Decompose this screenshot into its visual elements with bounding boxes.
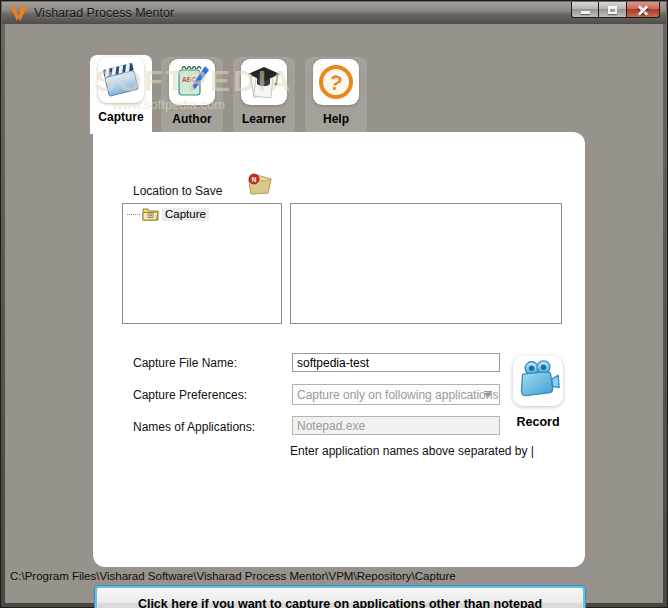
help-tab-tile: ? (313, 59, 359, 105)
clapperboard-icon (100, 59, 142, 101)
chevron-down-icon (484, 393, 492, 398)
tab-capture[interactable]: Capture (90, 55, 152, 134)
tab-learner-label: Learner (233, 112, 295, 126)
applications-label: Names of Applications: (133, 420, 255, 434)
window-title: Visharad Process Mentor (34, 6, 174, 20)
capture-panel: Location to Save N Capture (93, 132, 585, 567)
tab-help-label: Help (305, 112, 367, 126)
svg-text:N: N (252, 176, 257, 183)
preferences-label: Capture Preferences: (133, 388, 247, 402)
question-mark-icon: ? (315, 61, 357, 103)
save-location-tree[interactable]: Capture (122, 203, 282, 324)
captured-files-list[interactable] (290, 203, 562, 324)
close-icon (637, 4, 649, 16)
movie-camera-icon (516, 359, 560, 403)
window-frame: Visharad Process Mentor SOFTPEDIA www.so… (0, 0, 668, 608)
folder-icon (142, 207, 159, 221)
tree-connector (127, 214, 140, 215)
notepad-pen-icon: ABC (171, 61, 213, 103)
record-label: Record (498, 415, 578, 429)
author-tab-tile: ABC (169, 59, 215, 105)
window-controls (571, 2, 660, 18)
tree-item-label: Capture (162, 208, 209, 221)
tab-author[interactable]: ABC Author (161, 57, 223, 132)
location-to-save-label: Location to Save (133, 184, 222, 198)
preferences-dropdown-value: Capture only on following applications (297, 388, 498, 402)
tree-item-capture[interactable]: Capture (123, 204, 281, 221)
preferences-dropdown[interactable]: Capture only on following applications (292, 384, 500, 405)
close-button[interactable] (626, 2, 660, 18)
tab-author-label: Author (161, 112, 223, 126)
minimize-button[interactable] (571, 2, 599, 18)
repository-path: C:\Program Files\Visharad Software\Visha… (10, 570, 456, 582)
app-logo-icon (9, 5, 29, 22)
file-name-input[interactable] (292, 353, 500, 372)
maximize-icon (608, 6, 617, 14)
tab-learner[interactable]: Learner (233, 57, 295, 132)
new-folder-icon[interactable]: N (245, 172, 273, 196)
maximize-button[interactable] (599, 2, 626, 18)
tab-help[interactable]: ? Help (305, 57, 367, 132)
graduation-cap-icon (243, 61, 285, 103)
file-name-label: Capture File Name: (133, 356, 237, 370)
learner-tab-tile (241, 59, 287, 105)
capture-tab-tile (98, 57, 144, 103)
tab-capture-label: Capture (90, 110, 152, 124)
client-area: SOFTPEDIA www.softpedia.com (5, 24, 663, 603)
capture-other-apps-button[interactable]: Click here if you want to capture on app… (95, 586, 585, 608)
minimize-icon (581, 11, 590, 14)
svg-text:ABC: ABC (182, 76, 196, 83)
applications-input[interactable] (292, 416, 500, 435)
record-button[interactable] (513, 356, 563, 406)
applications-note: Enter application names above separated … (290, 444, 534, 458)
titlebar: Visharad Process Mentor (2, 2, 666, 24)
